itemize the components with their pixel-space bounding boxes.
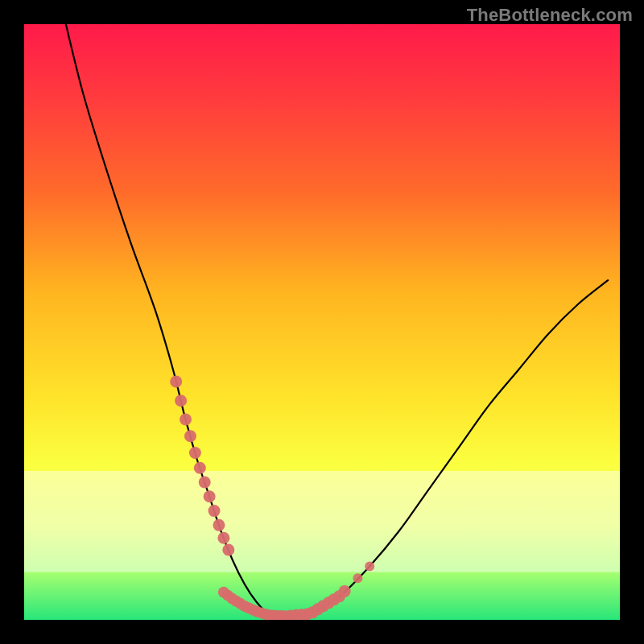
marker-dot: [175, 394, 187, 407]
marker-dot: [194, 462, 206, 474]
marker-dot: [222, 544, 234, 556]
marker-dot: [170, 376, 182, 388]
marker-dot: [353, 573, 362, 583]
marker-dot: [208, 505, 221, 517]
marker-dot: [339, 585, 351, 597]
chart-svg: [24, 24, 620, 620]
marker-dot: [199, 477, 211, 489]
pale-band: [24, 471, 620, 572]
marker-dot: [184, 430, 196, 442]
marker-dot: [204, 490, 216, 502]
attribution-text: TheBottleneck.com: [467, 5, 633, 26]
marker-dot: [180, 413, 192, 425]
marker-dot: [213, 519, 225, 531]
chart-container: TheBottleneck.com: [0, 0, 644, 644]
marker-dot: [189, 447, 201, 459]
plot-area: [24, 24, 620, 620]
marker-dot: [217, 532, 229, 544]
marker-dot: [365, 561, 374, 571]
